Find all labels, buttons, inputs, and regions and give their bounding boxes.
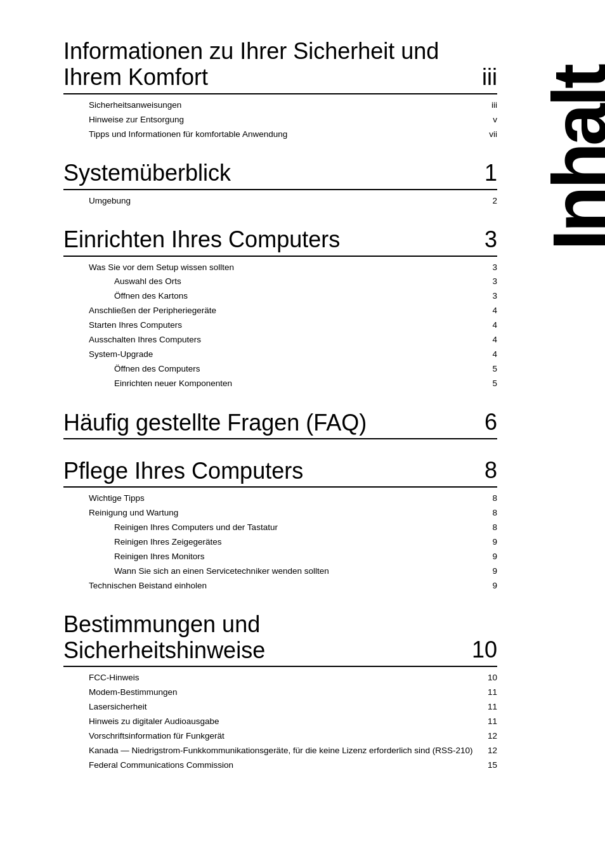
sidebar-inhalt: Inhalt (554, 25, 605, 292)
toc-item-label: Starten Ihres Computers (89, 318, 478, 333)
section-title-einrichten: Einrichten Ihres Computers (63, 226, 340, 252)
toc-items-pflege: Wichtige Tipps8Reinigung und Wartung8Rei… (63, 491, 497, 593)
section-heading-faq: Häufig gestellte Fragen (FAQ)6 (63, 409, 497, 439)
section-heading-einrichten: Einrichten Ihres Computers3 (63, 226, 497, 257)
toc-item-page: 9 (478, 564, 497, 579)
toc-item-page: 3 (478, 261, 497, 275)
toc-item-page: v (478, 113, 497, 127)
section-number-sicherheit: iii (469, 64, 497, 91)
section-heading-bestimmungen: Bestimmungen undSicherheitshinweise10 (63, 611, 497, 668)
toc-items-systemueberblick: Umgebung2 (63, 194, 497, 209)
section-title-pflege: Pflege Ihres Computers (63, 458, 303, 484)
toc-item-label: Reinigen Ihres Monitors (114, 550, 478, 564)
toc-item-page: 4 (478, 333, 497, 347)
toc-item-page: 11 (478, 715, 497, 729)
toc-item-label: Vorschriftsinformation für Funkgerät (89, 729, 478, 744)
toc-item: Anschließen der Peripheriegeräte4 (63, 304, 497, 318)
toc-item-page: 12 (478, 729, 497, 744)
toc-item: Öffnen des Kartons3 (63, 289, 497, 304)
toc-item-page: 9 (478, 535, 497, 550)
toc-item-page: 4 (478, 318, 497, 333)
toc-item-label: Technischen Beistand einholen (89, 579, 478, 593)
toc-item: Ausschalten Ihres Computers4 (63, 333, 497, 347)
toc-item: Reinigen Ihres Computers und der Tastatu… (63, 521, 497, 535)
toc-item: Wichtige Tipps8 (63, 491, 497, 506)
toc-item-label: Hinweise zur Entsorgung (89, 113, 478, 127)
toc-item-label: System-Upgrade (89, 347, 478, 362)
toc-item-page: 4 (478, 347, 497, 362)
section-heading-systemueberblick: Systemüberblick1 (63, 160, 497, 190)
toc-item-label: Reinigung und Wartung (89, 506, 478, 521)
toc-item-page: 11 (478, 700, 497, 715)
toc-item: Reinigung und Wartung8 (63, 506, 497, 521)
toc-item-label: Reinigen Ihres Zeigegerätes (114, 535, 478, 550)
toc-item-label: Öffnen des Computers (114, 362, 478, 377)
section-number-systemueberblick: 1 (472, 160, 497, 186)
toc-items-einrichten: Was Sie vor dem Setup wissen sollten3Aus… (63, 261, 497, 391)
toc-item: Sicherheitsanweisungeniii (63, 98, 497, 113)
toc-item: Reinigen Ihres Zeigegerätes9 (63, 535, 497, 550)
toc-item-label: Lasersicherheit (89, 700, 478, 715)
toc-item-page: 9 (478, 550, 497, 564)
section-heading-sicherheit: Informationen zu Ihrer Sicherheit undIhr… (63, 38, 497, 94)
section-heading-pflege: Pflege Ihres Computers8 (63, 457, 497, 488)
toc-item: Einrichten neuer Komponenten5 (63, 377, 497, 391)
section-number-einrichten: 3 (472, 226, 497, 253)
toc-item-page: 9 (478, 579, 497, 593)
toc-item-page: 4 (478, 304, 497, 318)
toc-item: Was Sie vor dem Setup wissen sollten3 (63, 261, 497, 275)
toc-item-page: 3 (478, 275, 497, 289)
toc-item-label: Reinigen Ihres Computers und der Tastatu… (114, 521, 478, 535)
toc-item: Federal Communications Commission15 (63, 758, 497, 773)
toc-item-page: 10 (478, 671, 497, 685)
toc-item: Wann Sie sich an einen Servicetechniker … (63, 564, 497, 579)
toc-item: System-Upgrade4 (63, 347, 497, 362)
toc-item-page: 12 (478, 744, 497, 758)
toc-item: Technischen Beistand einholen9 (63, 579, 497, 593)
toc-item-page: 5 (478, 362, 497, 377)
toc-item: Starten Ihres Computers4 (63, 318, 497, 333)
toc-item-label: Einrichten neuer Komponenten (114, 377, 478, 391)
toc-item: Tipps und Informationen für komfortable … (63, 127, 497, 142)
toc-item-label: Wann Sie sich an einen Servicetechniker … (114, 564, 478, 579)
toc-item-label: Ausschalten Ihres Computers (89, 333, 478, 347)
section-title-faq: Häufig gestellte Fragen (FAQ) (63, 410, 367, 436)
toc-item: Lasersicherheit11 (63, 700, 497, 715)
section-number-pflege: 8 (472, 457, 497, 484)
toc-item-label: Wichtige Tipps (89, 491, 478, 506)
section-number-faq: 6 (472, 409, 497, 436)
toc-item-label: Anschließen der Peripheriegeräte (89, 304, 478, 318)
toc-item-page: 3 (478, 289, 497, 304)
toc-item-page: 5 (478, 377, 497, 391)
toc-item-page: 15 (478, 758, 497, 773)
toc-item: Hinweise zur Entsorgungv (63, 113, 497, 127)
toc-item: Kanada — Niedrigstrom-Funkkommunikations… (63, 744, 497, 758)
toc-item-label: Auswahl des Orts (114, 275, 478, 289)
toc-item-label: FCC-Hinweis (89, 671, 478, 685)
toc-item: Modem-Bestimmungen11 (63, 685, 497, 700)
toc-item-page: vii (478, 127, 497, 142)
toc-item: Umgebung2 (63, 194, 497, 209)
toc-item: Reinigen Ihres Monitors9 (63, 550, 497, 564)
toc-item-label: Federal Communications Commission (89, 758, 478, 773)
toc-content: Informationen zu Ihrer Sicherheit undIhr… (63, 38, 554, 773)
toc-item-label: Umgebung (89, 194, 478, 209)
toc-item-page: 2 (478, 194, 497, 209)
toc-item-label: Hinweis zu digitaler Audioausgabe (89, 715, 478, 729)
toc-item-label: Tipps und Informationen für komfortable … (89, 127, 478, 142)
toc-items-sicherheit: SicherheitsanweisungeniiiHinweise zur En… (63, 98, 497, 142)
toc-item-label: Öffnen des Kartons (114, 289, 478, 304)
page-container: Inhalt Informationen zu Ihrer Sicherheit… (0, 0, 605, 868)
toc-item-page: iii (478, 98, 497, 113)
toc-item-page: 11 (478, 685, 497, 700)
toc-item: Auswahl des Orts3 (63, 275, 497, 289)
inhalt-label: Inhalt (542, 67, 605, 250)
toc-item-label: Modem-Bestimmungen (89, 685, 478, 700)
toc-item-label: Was Sie vor dem Setup wissen sollten (89, 261, 478, 275)
toc-item-page: 8 (478, 491, 497, 506)
section-title-sicherheit: Informationen zu Ihrer Sicherheit undIhr… (63, 38, 439, 91)
toc-item: Hinweis zu digitaler Audioausgabe11 (63, 715, 497, 729)
toc-item-label: Sicherheitsanweisungen (89, 98, 478, 113)
toc-item: Vorschriftsinformation für Funkgerät12 (63, 729, 497, 744)
toc-item: Öffnen des Computers5 (63, 362, 497, 377)
